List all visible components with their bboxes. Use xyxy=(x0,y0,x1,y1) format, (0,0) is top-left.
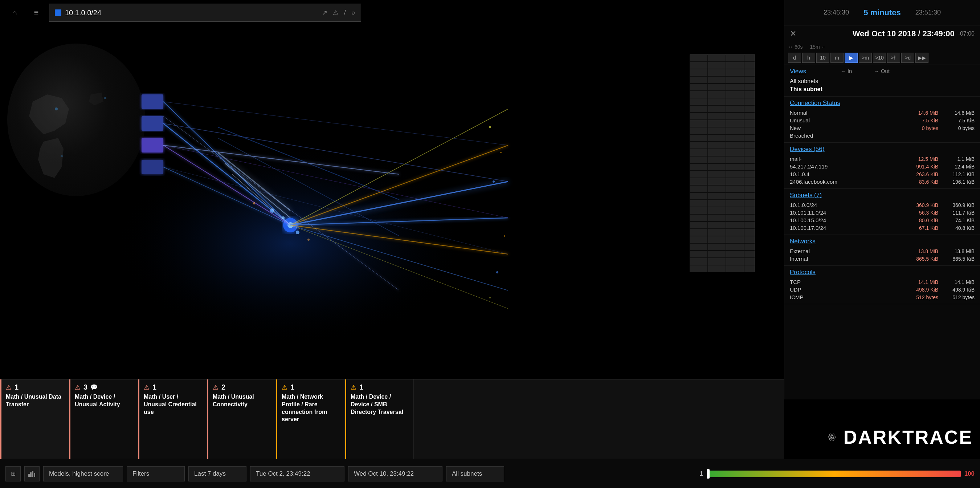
panel-row: 10.100.15.0/24 80.0 KiB 74.1 KiB xyxy=(790,217,975,224)
alert-title: Math / Network Profile / Rare connection… xyxy=(282,393,340,423)
alert-warning-icon: ⚠ xyxy=(213,383,218,391)
timeline-btn-[interactable]: ▶▶ xyxy=(915,53,929,63)
toolbar-action-icons: ↗ ⚠ / ⌕ xyxy=(322,9,355,17)
date-start-field[interactable]: Tue Oct 2, 23:49:22 xyxy=(250,466,344,482)
row-val-out: 111.7 KiB xyxy=(938,210,975,216)
score-slider: 1 100 xyxy=(700,470,975,477)
panel-row: UDP 498.9 KiB 498.9 KiB xyxy=(790,286,975,293)
devices-title[interactable]: Devices (56) xyxy=(790,146,975,153)
timeline-right-time: 23:51:30 xyxy=(915,9,941,16)
row-label: 10.100.17.0/24 xyxy=(790,225,902,231)
panel-row: TCP 14.1 MiB 14.1 MiB xyxy=(790,278,975,286)
svg-point-41 xyxy=(496,271,498,273)
view-this-subnet[interactable]: This subnet xyxy=(790,85,822,93)
row-val-in: 56.3 KiB xyxy=(902,210,938,216)
svg-point-40 xyxy=(504,235,505,237)
search-value[interactable]: 10.1.0.0/24 xyxy=(65,9,318,17)
sort-field[interactable]: Models, highest score xyxy=(43,466,123,482)
timeline-btn-[interactable]: ▶ xyxy=(845,53,858,63)
timeline-btn-h[interactable]: >h xyxy=(887,53,900,63)
alert-card-1[interactable]: ⚠ 3 💬 Math / Device / Unusual Activity xyxy=(69,380,138,459)
alert-title: Math / Device / Unusual Activity xyxy=(75,393,133,408)
alert-warning-icon: ⚠ xyxy=(144,383,150,391)
timeline-btn-d[interactable]: d xyxy=(788,53,801,63)
row-val-out: 40.8 KiB xyxy=(938,225,975,231)
svg-rect-8 xyxy=(142,138,163,153)
protocols-section: Protocols TCP 14.1 MiB 14.1 MiB UDP 498.… xyxy=(784,266,980,304)
darktrace-logo: DARKTRACE xyxy=(827,415,973,459)
alert-header: ⚠ 1 xyxy=(144,383,202,391)
view-all-subnets[interactable]: All subnets xyxy=(790,77,822,85)
subnets-title[interactable]: Subnets (7) xyxy=(790,192,975,199)
networks-rows: External 13.8 MiB 13.8 MiB Internal 865.… xyxy=(790,247,975,263)
export-icon[interactable]: ↗ xyxy=(322,9,328,17)
svg-rect-49 xyxy=(32,471,33,477)
panel-row: Normal 14.6 MiB 14.6 MiB xyxy=(790,109,975,116)
menu-button[interactable]: ≡ xyxy=(27,4,45,22)
row-val-in: 512 bytes xyxy=(902,295,938,300)
subnets-filter-field[interactable]: All subnets xyxy=(446,466,504,482)
timeline-btn-d[interactable]: >d xyxy=(901,53,914,63)
svg-rect-50 xyxy=(34,473,35,477)
row-val-out: 7.5 KiB xyxy=(938,118,975,123)
alert-count: 2 xyxy=(221,383,225,391)
svg-point-38 xyxy=(500,152,502,153)
edit-icon[interactable]: / xyxy=(344,9,346,17)
row-label: 10.101.11.0/24 xyxy=(790,209,902,216)
score-bar[interactable] xyxy=(707,470,961,477)
row-val-out: 196.1 KiB xyxy=(938,179,975,185)
row-label: Unusual xyxy=(790,117,902,123)
connection-status-title[interactable]: Connection Status xyxy=(790,99,975,107)
alert-header: ⚠ 1 xyxy=(282,383,340,391)
alert-title: Math / Unusual Data Transfer xyxy=(6,393,64,408)
status-bar: ⊞ Models, highest score Filters Last 7 d… xyxy=(0,459,980,488)
timeline-btn-m[interactable]: >m xyxy=(859,53,872,63)
close-button[interactable]: ✕ xyxy=(790,29,796,38)
search-icon[interactable]: ⌕ xyxy=(352,9,355,17)
date-end-field[interactable]: Wed Oct 10, 23:49:22 xyxy=(348,466,442,482)
alert-warning-icon: ⚠ xyxy=(75,383,81,391)
score-thumb[interactable] xyxy=(707,469,710,478)
row-label: Internal xyxy=(790,256,902,262)
row-val-in: 498.9 KiB xyxy=(902,287,938,293)
timeline-btn-10[interactable]: 10 xyxy=(816,53,829,63)
row-val-out: 112.1 KiB xyxy=(938,171,975,177)
timeline-btn-m[interactable]: m xyxy=(830,53,843,63)
alert-card-0[interactable]: ⚠ 1 Math / Unusual Data Transfer xyxy=(0,380,69,459)
timeline-range: ↔ 60s xyxy=(788,44,802,50)
row-val-in: 991.4 KiB xyxy=(902,164,938,169)
alert-count: 1 xyxy=(14,383,19,391)
alert-count: 1 xyxy=(290,383,294,391)
darktrace-name: DARKTRACE xyxy=(843,426,973,448)
panel-row: Breached xyxy=(790,132,975,139)
row-val-in: 80.0 KiB xyxy=(902,217,938,223)
chart-view-button[interactable] xyxy=(24,466,40,482)
svg-point-39 xyxy=(493,180,495,183)
networks-title[interactable]: Networks xyxy=(790,238,975,245)
home-button[interactable]: ⌂ xyxy=(5,4,24,22)
svg-rect-48 xyxy=(30,472,32,477)
alert-card-5[interactable]: ⚠ 1 Math / Device / Device / SMB Directo… xyxy=(345,380,414,459)
row-val-out: 1.1 MiB xyxy=(938,156,975,162)
connection-status-section: Connection Status Normal 14.6 MiB 14.6 M… xyxy=(784,97,980,143)
alert-card-2[interactable]: ⚠ 1 Math / User / Unusual Credential use xyxy=(138,380,207,459)
grid-view-button[interactable]: ⊞ xyxy=(5,466,21,482)
panel-row: New 0 bytes 0 bytes xyxy=(790,124,975,132)
protocols-rows: TCP 14.1 MiB 14.1 MiB UDP 498.9 KiB 498.… xyxy=(790,278,975,301)
svg-rect-47 xyxy=(28,474,30,477)
filters-field[interactable]: Filters xyxy=(127,466,185,482)
views-title[interactable]: Views xyxy=(790,68,822,75)
panel-row: 10.100.17.0/24 67.1 KiB 40.8 KiB xyxy=(790,224,975,232)
timeline-btn-h[interactable]: h xyxy=(802,53,815,63)
alert-icon[interactable]: ⚠ xyxy=(333,9,339,17)
panel-row: 10.1.0.0/24 360.9 KiB 360.9 KiB xyxy=(790,201,975,209)
row-label: 10.1.0.4 xyxy=(790,171,902,177)
date-range-field[interactable]: Last 7 days xyxy=(188,466,247,482)
row-val-out: 0 bytes xyxy=(938,125,975,131)
alert-card-4[interactable]: ⚠ 1 Math / Network Profile / Rare connec… xyxy=(276,380,345,459)
protocols-title[interactable]: Protocols xyxy=(790,269,975,276)
alert-card-3[interactable]: ⚠ 2 Math / Unusual Connectivity xyxy=(207,380,276,459)
timeline-btn-10[interactable]: >10 xyxy=(873,53,886,63)
subnet-indicator xyxy=(55,10,61,16)
alert-count: 3 xyxy=(83,383,88,391)
